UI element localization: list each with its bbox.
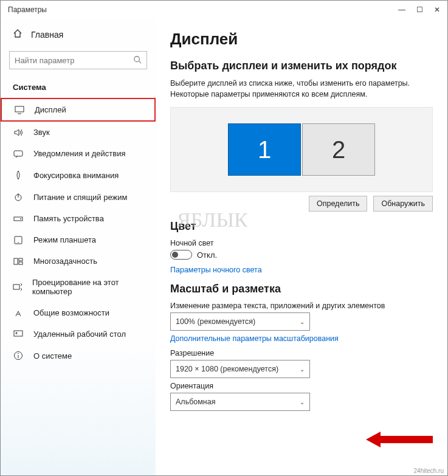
svg-line-1: [139, 61, 142, 63]
sidebar-item-label: Уведомления и действия: [33, 149, 126, 158]
close-button[interactable]: ✕: [434, 5, 440, 14]
chevron-down-icon: ⌄: [300, 399, 305, 405]
storage-icon: [13, 215, 24, 223]
scale-value: 100% (рекомендуется): [176, 317, 255, 326]
detect-button[interactable]: Определить: [309, 196, 367, 212]
arrange-buttons: Определить Обнаружить: [170, 196, 433, 212]
svg-point-10: [18, 242, 19, 243]
sidebar-item-label: Питание и спящий режим: [33, 193, 127, 202]
notifications-icon: [13, 150, 24, 158]
annotation-arrow: [366, 429, 433, 450]
svg-rect-12: [19, 258, 22, 261]
window-title: Параметры: [8, 5, 398, 14]
svg-point-18: [18, 353, 19, 354]
tablet-icon: [13, 236, 24, 244]
sidebar-item-display[interactable]: Дисплей: [1, 98, 156, 122]
sound-icon: [13, 128, 24, 137]
sidebar-item-power[interactable]: Питание и спящий режим: [1, 186, 156, 208]
settings-window: Параметры — ☐ ✕ Главная Система: [0, 0, 448, 476]
orientation-value: Альбомная: [176, 398, 215, 406]
sidebar-item-label: О системе: [33, 351, 72, 360]
display-arrangement[interactable]: 1 2: [170, 107, 433, 192]
arrange-heading: Выбрать дисплеи и изменить их порядок: [170, 60, 433, 72]
svg-point-8: [20, 218, 21, 219]
svg-rect-4: [14, 151, 22, 156]
minimize-button[interactable]: —: [398, 5, 405, 14]
sidebar-item-multitask[interactable]: Многозадачность: [1, 250, 156, 272]
remote-icon: [13, 330, 24, 339]
body: Главная Система Дисплей Звук Уведомления…: [1, 19, 447, 475]
home-button[interactable]: Главная: [1, 22, 156, 46]
home-label: Главная: [31, 30, 63, 40]
svg-rect-13: [19, 262, 22, 264]
credit-label: 24hitech.ru: [414, 467, 444, 474]
color-heading: Цвет: [170, 220, 433, 233]
svg-point-0: [134, 56, 140, 61]
sidebar-item-label: Многозадачность: [33, 257, 97, 266]
svg-rect-2: [15, 106, 24, 112]
sidebar-item-label: Общие возможности: [33, 308, 109, 317]
toggle-switch[interactable]: [170, 250, 192, 260]
identify-button[interactable]: Обнаружить: [373, 196, 433, 212]
toggle-state: Откл.: [197, 250, 217, 260]
resolution-label: Разрешение: [170, 349, 433, 357]
search-input[interactable]: [15, 56, 133, 65]
search-box[interactable]: [9, 51, 147, 69]
sidebar-item-storage[interactable]: Память устройства: [1, 208, 156, 229]
scale-heading: Масштаб и разметка: [170, 283, 433, 295]
sidebar-item-label: Память устройства: [33, 214, 104, 223]
nightlight-settings-link[interactable]: Параметры ночного света: [170, 266, 433, 274]
advanced-scale-link[interactable]: Дополнительные параметры масштабирования: [170, 334, 433, 343]
sidebar-item-about[interactable]: О системе: [1, 345, 156, 367]
resolution-dropdown[interactable]: 1920 × 1080 (рекомендуется) ⌄: [170, 360, 310, 378]
monitor-1[interactable]: 1: [228, 123, 301, 176]
scale-dropdown[interactable]: 100% (рекомендуется) ⌄: [170, 312, 310, 331]
monitor-2[interactable]: 2: [302, 123, 375, 176]
section-title: Система: [1, 78, 156, 98]
sidebar-item-tablet[interactable]: Режим планшета: [1, 229, 156, 250]
svg-rect-14: [13, 285, 19, 289]
sidebar: Главная Система Дисплей Звук Уведомления…: [1, 19, 156, 475]
sidebar-item-shared[interactable]: Общие возможности: [1, 302, 156, 323]
sidebar-item-remote[interactable]: Удаленный рабочий стол: [1, 323, 156, 345]
chevron-down-icon: ⌄: [300, 366, 305, 373]
nightlight-toggle[interactable]: Откл.: [170, 250, 433, 260]
home-icon: [13, 29, 22, 40]
power-icon: [13, 192, 24, 202]
sidebar-item-focus[interactable]: Фокусировка внимания: [1, 164, 156, 186]
sidebar-item-label: Фокусировка внимания: [33, 171, 119, 180]
sidebar-item-notifications[interactable]: Уведомления и действия: [1, 143, 156, 164]
multitask-icon: [13, 257, 24, 266]
display-icon: [14, 106, 25, 114]
orientation-dropdown[interactable]: Альбомная ⌄: [170, 393, 310, 411]
orientation-label: Ориентация: [170, 382, 433, 390]
svg-marker-19: [366, 432, 433, 447]
chevron-down-icon: ⌄: [300, 319, 305, 325]
shared-icon: [13, 309, 24, 317]
maximize-button[interactable]: ☐: [416, 5, 423, 14]
projecting-icon: [13, 283, 22, 291]
page-title: Дисплей: [170, 30, 433, 49]
sidebar-item-sound[interactable]: Звук: [1, 122, 156, 143]
resolution-value: 1920 × 1080 (рекомендуется): [176, 365, 278, 373]
sidebar-item-label: Звук: [33, 128, 50, 137]
sidebar-item-projecting[interactable]: Проецирование на этот компьютер: [1, 272, 156, 302]
content-area: Дисплей Выбрать дисплеи и изменить их по…: [156, 19, 447, 475]
window-controls: — ☐ ✕: [398, 5, 440, 14]
about-icon: [13, 351, 24, 360]
titlebar: Параметры — ☐ ✕: [1, 1, 447, 19]
scale-label: Изменение размера текста, приложений и д…: [170, 302, 433, 310]
sidebar-item-label: Проецирование на этот компьютер: [32, 278, 143, 296]
svg-rect-11: [14, 258, 18, 264]
search-icon: [133, 55, 142, 66]
nightlight-label: Ночной свет: [170, 239, 433, 247]
sidebar-item-label: Дисплей: [35, 105, 66, 114]
arrange-text: Выберите дисплей из списка ниже, чтобы и…: [170, 78, 433, 100]
focus-icon: [13, 170, 24, 180]
sidebar-item-label: Режим планшета: [33, 235, 96, 244]
sidebar-item-label: Удаленный рабочий стол: [33, 329, 126, 339]
